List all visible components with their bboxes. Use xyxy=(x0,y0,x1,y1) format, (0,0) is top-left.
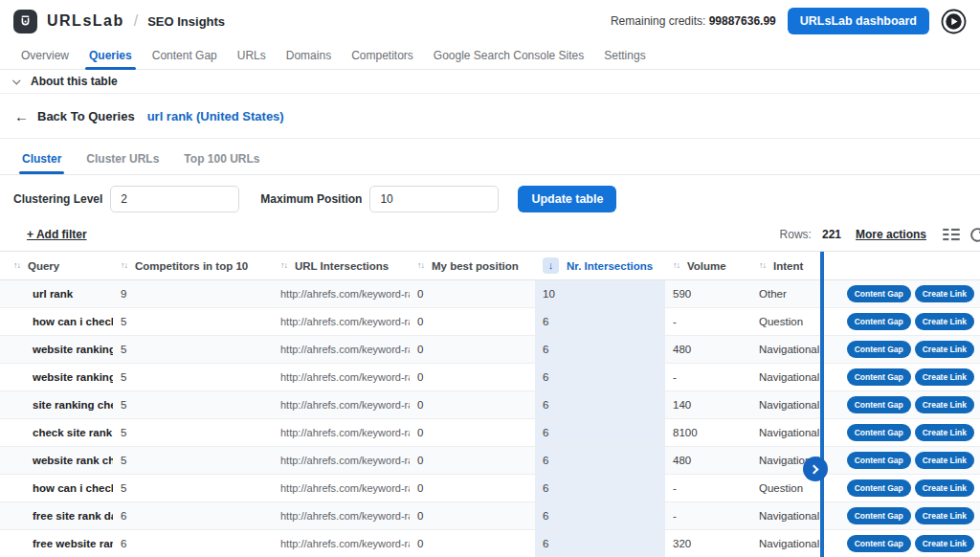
subtab-cluster-urls[interactable]: Cluster URLs xyxy=(86,152,159,174)
content-gap-button[interactable]: Content Gap xyxy=(847,507,911,524)
volume-cell: - xyxy=(665,308,751,335)
intent-cell: Navigational xyxy=(751,530,821,557)
intent-cell: Question xyxy=(751,308,821,335)
app-header: URLsLab / SEO Insights Remaining credits… xyxy=(0,0,980,42)
create-link-button[interactable]: Create Link xyxy=(915,313,974,330)
column-label: Nr. Intersections xyxy=(567,260,653,272)
row-actions: Content GapCreate Link xyxy=(821,530,980,557)
credits-value: 99887636.99 xyxy=(709,14,776,28)
table-row: website ranking chec...5http://ahrefs.co… xyxy=(0,364,980,391)
table-header: ↑↓Query↑↓Competitors in top 10↑↓URL Inte… xyxy=(0,252,980,280)
best-position-cell: 0 xyxy=(410,336,535,363)
row-actions: Content GapCreate Link xyxy=(821,475,980,501)
create-link-button[interactable]: Create Link xyxy=(915,341,974,358)
sort-desc-icon[interactable]: ↓ xyxy=(543,257,559,274)
sort-toggle-icon[interactable]: ↑↓ xyxy=(673,261,679,270)
filter-controls: Clustering Level Maximum Position Update… xyxy=(0,175,980,212)
intersections-cell: 10 xyxy=(535,280,665,307)
brand-name: URLsLab xyxy=(47,12,124,30)
tab-domains[interactable]: Domains xyxy=(286,42,331,69)
table-row: check site rank5http://ahrefs.com/keywor… xyxy=(0,419,980,447)
content-gap-button[interactable]: Content Gap xyxy=(847,452,911,469)
competitors-cell: 5 xyxy=(113,336,273,363)
chevron-down-icon xyxy=(12,77,20,84)
intent-cell: Navigational xyxy=(751,364,821,390)
create-link-button[interactable]: Create Link xyxy=(915,368,974,386)
row-actions: Content GapCreate Link xyxy=(821,502,980,529)
content-gap-button[interactable]: Content Gap xyxy=(847,396,911,413)
url-cell: http://ahrefs.com/keyword-rank-ch... xyxy=(273,308,410,335)
create-link-button[interactable]: Create Link xyxy=(915,396,974,413)
row-actions: Content GapCreate Link xyxy=(821,308,980,335)
sort-toggle-icon[interactable]: ↑↓ xyxy=(280,261,287,270)
more-actions-button[interactable]: More actions xyxy=(856,228,926,241)
intersections-cell: 6 xyxy=(535,336,665,363)
add-filter-button[interactable]: + Add filter xyxy=(27,228,87,241)
tab-google-search-console-sites[interactable]: Google Search Console Sites xyxy=(434,42,584,69)
create-link-button[interactable]: Create Link xyxy=(915,452,974,469)
tab-urls[interactable]: URLs xyxy=(237,42,266,69)
competitors-cell: 5 xyxy=(113,391,273,418)
intersections-cell: 6 xyxy=(535,502,665,529)
tab-queries[interactable]: Queries xyxy=(89,42,132,69)
create-link-button[interactable]: Create Link xyxy=(915,479,974,497)
content-gap-button[interactable]: Content Gap xyxy=(847,535,911,552)
url-cell: http://ahrefs.com/keyword-rank-ch... xyxy=(273,502,410,529)
create-link-button[interactable]: Create Link xyxy=(915,507,974,524)
sort-toggle-icon[interactable]: ↑↓ xyxy=(417,261,424,270)
content-gap-button[interactable]: Content Gap xyxy=(847,368,911,386)
row-actions: Content GapCreate Link xyxy=(821,419,980,446)
back-to-queries-button[interactable]: Back To Queries xyxy=(37,109,135,123)
column-header-query[interactable]: ↑↓Query xyxy=(0,252,113,279)
content-gap-button[interactable]: Content Gap xyxy=(847,313,911,330)
tab-overview[interactable]: Overview xyxy=(21,42,69,69)
subtab-cluster[interactable]: Cluster xyxy=(22,152,61,174)
tab-settings[interactable]: Settings xyxy=(604,42,645,69)
current-query-link[interactable]: url rank (United States) xyxy=(147,109,284,123)
column-header-url-intersections[interactable]: ↑↓URL Intersections xyxy=(273,252,410,279)
dashboard-button[interactable]: URLsLab dashboard xyxy=(788,8,929,34)
content-gap-button[interactable]: Content Gap xyxy=(847,341,911,358)
refresh-icon[interactable] xyxy=(969,226,980,244)
table-toolbar: + Add filter Rows: 221 More actions xyxy=(0,212,980,242)
best-position-cell: 0 xyxy=(410,502,535,529)
column-label: Query xyxy=(28,260,59,272)
rows-label: Rows: xyxy=(780,228,812,241)
about-this-table-toggle[interactable]: About this table xyxy=(0,70,980,94)
subtab-top-100-urls[interactable]: Top 100 URLs xyxy=(184,152,259,174)
column-header-my-best-position[interactable]: ↑↓My best position xyxy=(410,252,535,279)
content-gap-button[interactable]: Content Gap xyxy=(847,424,911,441)
clustering-level-input[interactable] xyxy=(110,186,239,212)
sort-toggle-icon[interactable]: ↑↓ xyxy=(759,261,766,270)
expand-panel-button[interactable] xyxy=(803,457,828,481)
tab-competitors[interactable]: Competitors xyxy=(351,42,413,69)
intersections-cell: 6 xyxy=(535,364,665,390)
table-row: how can i check my w...5http://ahrefs.co… xyxy=(0,308,980,336)
columns-icon[interactable] xyxy=(943,228,960,241)
intersections-cell: 6 xyxy=(535,419,665,446)
sort-toggle-icon[interactable]: ↑↓ xyxy=(13,261,20,270)
maximum-position-input[interactable] xyxy=(369,186,499,212)
intersections-cell: 6 xyxy=(535,530,665,557)
create-link-button[interactable]: Create Link xyxy=(915,285,974,302)
best-position-cell: 0 xyxy=(410,308,535,335)
column-header-nr-intersections[interactable]: ↓Nr. Intersections xyxy=(535,252,665,279)
content-gap-button[interactable]: Content Gap xyxy=(847,479,911,497)
update-table-button[interactable]: Update table xyxy=(518,186,616,212)
url-cell: http://ahrefs.com/keyword-rank-ch... xyxy=(273,336,410,363)
intent-cell: Navigational xyxy=(751,502,821,529)
url-cell: http://ahrefs.com/keyword-rank-ch... xyxy=(273,419,410,446)
column-header-intent[interactable]: ↑↓Intent xyxy=(751,252,821,279)
row-actions: Content GapCreate Link xyxy=(821,447,980,474)
play-video-icon[interactable] xyxy=(941,9,967,34)
content-gap-button[interactable]: Content Gap xyxy=(847,285,911,302)
create-link-button[interactable]: Create Link xyxy=(915,424,974,441)
sort-toggle-icon[interactable]: ↑↓ xyxy=(121,261,127,270)
queries-table: ↑↓Query↑↓Competitors in top 10↑↓URL Inte… xyxy=(0,251,980,557)
table-row: free site rank data6http://ahrefs.com/ke… xyxy=(0,502,980,530)
column-header-competitors-in-top-10[interactable]: ↑↓Competitors in top 10 xyxy=(113,252,273,279)
column-header-volume[interactable]: ↑↓Volume xyxy=(665,252,751,279)
tab-content-gap[interactable]: Content Gap xyxy=(152,42,217,69)
volume-cell: 320 xyxy=(665,530,751,557)
create-link-button[interactable]: Create Link xyxy=(915,535,974,552)
